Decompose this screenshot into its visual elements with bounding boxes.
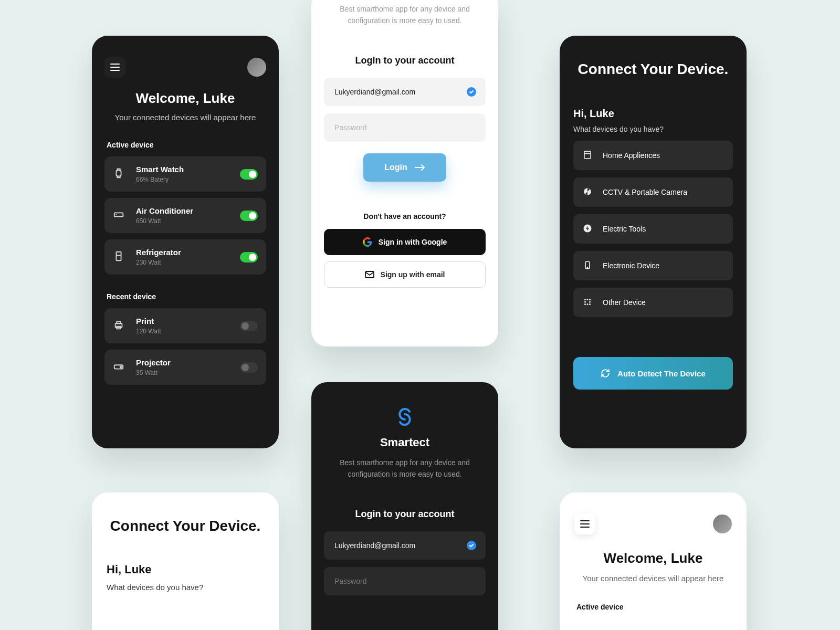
app-tagline: Best smarthome app for any device and co… — [329, 3, 480, 27]
device-name: Air Conditioner — [136, 206, 193, 215]
password-input[interactable] — [333, 123, 476, 132]
svg-point-19 — [584, 303, 586, 305]
brand-logo-icon — [395, 405, 415, 428]
device-meta: 66% Batery — [136, 176, 184, 183]
device-row[interactable]: Air Conditioner 650 Watt — [104, 198, 266, 233]
appliances-icon — [583, 150, 593, 161]
svg-point-16 — [589, 299, 591, 300]
check-icon — [467, 87, 476, 97]
device-name: Refrigerator — [136, 248, 181, 257]
category-electronic-device[interactable]: Electronic Device — [573, 251, 733, 280]
device-toggle[interactable] — [240, 169, 258, 180]
recent-device-label: Recent device — [107, 292, 266, 301]
login-heading: Login to your account — [324, 509, 486, 520]
svg-point-13 — [587, 267, 588, 268]
login-button-label: Login — [384, 163, 407, 172]
device-toggle[interactable] — [240, 252, 258, 262]
svg-point-20 — [587, 303, 589, 305]
connect-question: What devices do you have? — [573, 125, 733, 133]
device-name: Print — [136, 317, 161, 326]
check-icon — [467, 541, 476, 550]
device-toggle[interactable] — [240, 362, 258, 373]
svg-point-21 — [589, 303, 591, 305]
device-row[interactable]: Smart Watch 66% Batery — [104, 156, 266, 192]
login-screen-light: Best smarthome app for any device and co… — [311, 0, 498, 346]
login-screen-dark: Smartect Best smarthome app for any devi… — [311, 382, 498, 630]
device-meta: 650 Watt — [136, 217, 193, 225]
device-row[interactable]: Projector 35 Watt — [104, 350, 266, 385]
welcome-title: Welcome, Luke — [104, 90, 266, 107]
device-meta: 35 Watt — [136, 369, 171, 376]
active-device-label: Active device — [576, 603, 732, 611]
svg-point-7 — [120, 366, 122, 368]
svg-point-15 — [587, 299, 589, 300]
avatar[interactable] — [713, 514, 732, 533]
device-meta: 230 Watt — [136, 259, 181, 266]
welcome-subtitle: Your connected devices will appear here — [104, 112, 266, 123]
category-cctv[interactable]: CCTV & Portable Camera — [573, 177, 733, 207]
category-electric-tools[interactable]: Electric Tools — [573, 214, 733, 244]
login-heading: Login to your account — [324, 55, 486, 66]
device-toggle[interactable] — [240, 321, 258, 331]
device-name: Smart Watch — [136, 165, 184, 174]
svg-rect-0 — [116, 170, 121, 176]
connect-greeting: Hi, Luke — [107, 563, 264, 576]
fridge-icon — [113, 250, 127, 264]
device-name: Projector — [136, 358, 171, 367]
svg-rect-1 — [114, 213, 123, 216]
svg-rect-2 — [116, 251, 121, 260]
google-signin-button[interactable]: Sign in with Google — [324, 229, 486, 255]
device-toggle[interactable] — [240, 211, 258, 221]
google-signin-label: Sign in with Google — [379, 238, 447, 246]
email-field[interactable] — [324, 531, 486, 560]
device-meta: 120 Watt — [136, 328, 161, 335]
category-label: Other Device — [603, 298, 646, 307]
svg-point-18 — [589, 301, 591, 303]
grid-icon — [583, 297, 593, 308]
menu-button[interactable] — [104, 57, 125, 78]
email-signup-button[interactable]: Sign up with email — [324, 261, 486, 288]
hamburger-icon — [110, 64, 120, 71]
email-input[interactable] — [333, 87, 467, 97]
category-label: CCTV & Portable Camera — [603, 188, 687, 196]
active-device-label: Active device — [107, 141, 266, 149]
device-row[interactable]: Print 120 Watt — [104, 308, 266, 343]
camera-icon — [583, 187, 593, 197]
watch-icon — [113, 167, 127, 181]
app-tagline: Best smarthome app for any device and co… — [329, 457, 480, 480]
brand-name: Smartect — [380, 436, 429, 449]
category-other[interactable]: Other Device — [573, 288, 733, 317]
password-field[interactable] — [324, 113, 486, 142]
welcome-screen-dark: Welcome, Luke Your connected devices wil… — [92, 36, 279, 448]
bolt-icon — [583, 224, 593, 234]
menu-button[interactable] — [574, 513, 595, 534]
printer-icon — [113, 319, 127, 333]
connect-screen-dark: Connect Your Device. Hi, Luke What devic… — [560, 36, 747, 448]
refresh-icon — [601, 369, 610, 378]
ac-icon — [113, 209, 127, 223]
signup-prompt: Don't have an account? — [324, 212, 486, 220]
email-field[interactable] — [324, 78, 486, 106]
phone-icon — [583, 260, 593, 271]
category-label: Electric Tools — [603, 225, 646, 233]
connect-question: What devices do you have? — [107, 583, 264, 592]
svg-rect-9 — [584, 151, 591, 159]
password-field[interactable] — [324, 567, 486, 595]
projector-icon — [113, 361, 127, 374]
svg-point-14 — [584, 299, 586, 300]
connect-title: Connect Your Device. — [573, 60, 733, 78]
welcome-screen-light: Welcome, Luke Your connected devices wil… — [560, 492, 747, 630]
avatar[interactable] — [247, 58, 266, 77]
password-input[interactable] — [333, 576, 476, 586]
svg-point-17 — [584, 301, 586, 303]
auto-detect-button[interactable]: Auto Detect The Device — [573, 357, 733, 390]
google-icon — [363, 237, 372, 247]
arrow-right-icon — [415, 164, 425, 171]
login-button[interactable]: Login — [363, 153, 446, 182]
email-input[interactable] — [333, 541, 467, 550]
category-home-appliances[interactable]: Home Appliences — [573, 141, 733, 170]
mail-icon — [365, 271, 374, 278]
svg-rect-4 — [117, 321, 120, 323]
connect-title: Connect Your Device. — [107, 517, 264, 536]
device-row[interactable]: Refrigerator 230 Watt — [104, 239, 266, 275]
